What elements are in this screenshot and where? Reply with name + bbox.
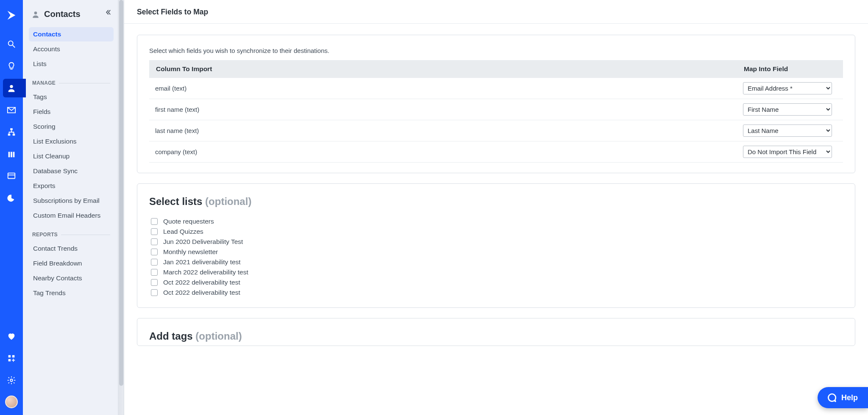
section-label-manage: MANAGE — [29, 72, 114, 89]
col-header-map: Map Into Field — [737, 60, 843, 78]
column-name: email (text) — [149, 78, 737, 99]
lists-checklist: Quote requestersLead QuizzesJun 2020 Del… — [149, 217, 843, 297]
list-label: Quote requesters — [163, 218, 214, 225]
add-tags-card: Add tags (optional) — [137, 318, 855, 346]
content-area: Select which fields you wish to synchron… — [124, 24, 868, 415]
nav-item-tag-trends[interactable]: Tag Trends — [29, 286, 114, 300]
page-title: Select Fields to Map — [124, 0, 868, 24]
list-checkbox[interactable] — [151, 289, 158, 296]
list-item[interactable]: Lead Quizzes — [149, 227, 843, 236]
nav-item-exports[interactable]: Exports — [29, 179, 114, 193]
icon-rail — [0, 0, 23, 415]
campaigns-icon[interactable] — [3, 101, 20, 119]
map-field-select[interactable]: First Name — [743, 103, 832, 116]
svg-rect-7 — [8, 152, 10, 158]
svg-rect-9 — [13, 152, 15, 158]
nav-item-lists[interactable]: Lists — [29, 57, 114, 71]
mapping-row: first name (text)First Name — [149, 99, 843, 120]
list-checkbox[interactable] — [151, 269, 158, 276]
nav-item-scoring[interactable]: Scoring — [29, 119, 114, 134]
svg-rect-6 — [13, 134, 15, 136]
column-name: company (text) — [149, 141, 737, 163]
settings-icon[interactable] — [3, 371, 20, 390]
lightbulb-icon[interactable] — [3, 57, 20, 75]
mapping-row: company (text)Do Not Import This Field — [149, 141, 843, 163]
sidebar: Contacts ContactsAccountsLists MANAGETag… — [23, 0, 118, 415]
list-item[interactable]: Oct 2022 deliverability test — [149, 288, 843, 297]
svg-point-16 — [34, 11, 37, 14]
logo-icon[interactable] — [3, 6, 20, 25]
sidebar-title: Contacts — [44, 9, 81, 19]
deals-icon[interactable] — [3, 145, 20, 163]
avatar[interactable] — [5, 396, 18, 408]
map-field-select[interactable]: Last Name — [743, 125, 832, 137]
svg-rect-14 — [8, 359, 11, 362]
list-label: Oct 2022 deliverability test — [163, 279, 240, 286]
map-field-select[interactable]: Do Not Import This Field — [743, 146, 832, 158]
nav-item-list-cleanup[interactable]: List Cleanup — [29, 149, 114, 163]
heart-icon[interactable] — [3, 327, 20, 346]
map-field-select[interactable]: Email Address * — [743, 82, 832, 94]
scrollbar-thumb[interactable] — [119, 0, 123, 386]
svg-rect-13 — [12, 355, 15, 358]
reports-icon[interactable] — [3, 189, 20, 208]
list-label: Monthly newsletter — [163, 248, 218, 256]
mapping-row: last name (text)Last Name — [149, 120, 843, 141]
col-header-import: Column To Import — [149, 60, 737, 78]
nav-item-nearby-contacts[interactable]: Nearby Contacts — [29, 271, 114, 285]
list-checkbox[interactable] — [151, 218, 158, 225]
svg-line-1 — [13, 45, 15, 48]
nav-item-tags[interactable]: Tags — [29, 90, 114, 104]
list-checkbox[interactable] — [151, 259, 158, 266]
nav-item-contact-trends[interactable]: Contact Trends — [29, 241, 114, 256]
list-label: Lead Quizzes — [163, 228, 203, 235]
column-name: first name (text) — [149, 99, 737, 120]
list-item[interactable]: Oct 2022 deliverability test — [149, 278, 843, 287]
nav-item-contacts[interactable]: Contacts — [29, 27, 114, 42]
list-item[interactable]: Jun 2020 Deliverability Test — [149, 237, 843, 246]
list-item[interactable]: Quote requesters — [149, 217, 843, 226]
list-checkbox[interactable] — [151, 228, 158, 235]
list-label: Jan 2021 deliverability test — [163, 258, 241, 266]
nav-item-custom-email-headers[interactable]: Custom Email Headers — [29, 208, 114, 223]
add-tags-heading: Add tags (optional) — [149, 330, 843, 342]
list-label: Jun 2020 Deliverability Test — [163, 238, 243, 246]
nav-item-list-exclusions[interactable]: List Exclusions — [29, 134, 114, 149]
column-name: last name (text) — [149, 120, 737, 141]
help-button[interactable]: Help — [818, 387, 868, 408]
contacts-icon[interactable] — [3, 79, 26, 97]
collapse-sidebar-button[interactable] — [104, 8, 112, 17]
mapping-description: Select which fields you wish to synchron… — [149, 47, 843, 54]
svg-point-3 — [10, 85, 13, 88]
site-icon[interactable] — [3, 167, 20, 185]
svg-rect-10 — [8, 173, 15, 179]
svg-rect-4 — [10, 128, 13, 130]
nav-item-subscriptions-by-email[interactable]: Subscriptions by Email — [29, 194, 114, 208]
select-lists-card: Select lists (optional) Quote requesters… — [137, 183, 855, 308]
list-checkbox[interactable] — [151, 238, 158, 245]
svg-point-0 — [8, 41, 13, 46]
nav-item-fields[interactable]: Fields — [29, 105, 114, 119]
list-checkbox[interactable] — [151, 279, 158, 286]
automations-icon[interactable] — [3, 123, 20, 141]
svg-point-15 — [10, 379, 13, 382]
list-item[interactable]: Jan 2021 deliverability test — [149, 257, 843, 267]
select-lists-heading: Select lists (optional) — [149, 196, 843, 208]
field-mapping-card: Select which fields you wish to synchron… — [137, 35, 855, 173]
main: Select Fields to Map Select which fields… — [124, 0, 868, 415]
section-label-reports: REPORTS — [29, 223, 114, 241]
nav-item-database-sync[interactable]: Database Sync — [29, 164, 114, 178]
list-label: March 2022 deliverability test — [163, 268, 248, 276]
sidebar-scrollbar[interactable] — [118, 0, 124, 415]
svg-rect-5 — [8, 134, 11, 136]
list-item[interactable]: March 2022 deliverability test — [149, 268, 843, 277]
list-label: Oct 2022 deliverability test — [163, 289, 240, 296]
nav-item-field-breakdown[interactable]: Field Breakdown — [29, 256, 114, 271]
nav-item-accounts[interactable]: Accounts — [29, 42, 114, 56]
apps-icon[interactable] — [3, 349, 20, 368]
person-icon — [31, 10, 40, 19]
list-item[interactable]: Monthly newsletter — [149, 247, 843, 257]
svg-rect-12 — [8, 355, 11, 358]
list-checkbox[interactable] — [151, 249, 158, 255]
search-icon[interactable] — [3, 35, 20, 53]
